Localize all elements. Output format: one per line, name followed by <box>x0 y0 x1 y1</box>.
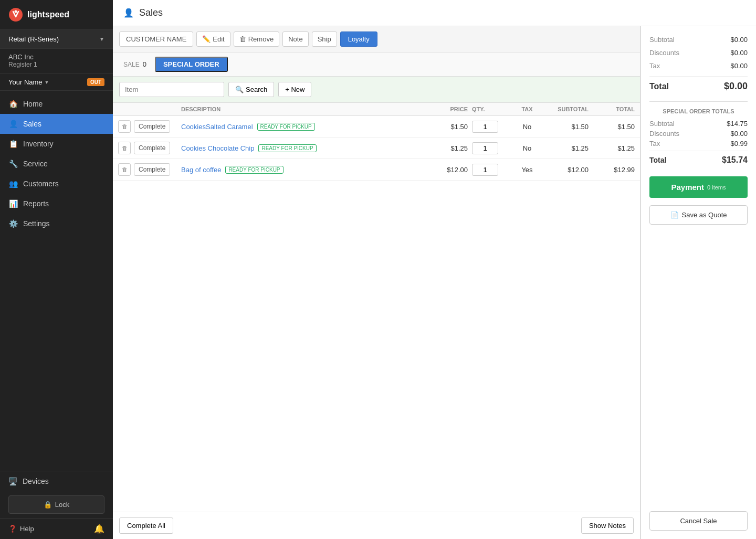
total-cell-1: $1.50 <box>593 123 635 131</box>
new-item-button[interactable]: + New <box>278 82 311 97</box>
lock-button[interactable]: 🔒 Lock <box>8 495 104 514</box>
so-total-label: Total <box>649 156 666 164</box>
qty-input-1[interactable] <box>472 121 498 133</box>
sidebar-item-label: Inventory <box>23 140 54 148</box>
discounts-label: Discounts <box>649 49 679 57</box>
logo-icon <box>8 7 23 22</box>
total-cell-2: $1.25 <box>593 144 635 152</box>
tax-cell-3: Yes <box>509 166 545 174</box>
qty-input-3[interactable] <box>472 164 498 176</box>
subtotal-value: $0.00 <box>730 36 748 44</box>
show-notes-button[interactable]: Show Notes <box>581 517 634 534</box>
sidebar-item-settings[interactable]: ⚙️ Settings <box>0 214 113 234</box>
search-button[interactable]: 🔍 Search <box>228 82 274 97</box>
subtotal-cell-3: $12.00 <box>545 166 593 174</box>
total-cell-3: $12.99 <box>593 166 635 174</box>
customer-name-button[interactable]: CUSTOMER NAME <box>119 31 193 47</box>
complete-row-2-button[interactable]: Complete <box>134 142 170 154</box>
description-cell: Bag of coffee READY FOR PICKUP <box>181 166 430 174</box>
customer-bar: CUSTOMER NAME ✏️ Edit 🗑 Remove Note Ship… <box>113 26 640 52</box>
user-name[interactable]: Your Name ▼ <box>8 78 49 86</box>
delete-row-1-button[interactable]: 🗑 <box>118 120 131 133</box>
sidebar: lightspeed Retail (R-Series) ▼ ABC Inc R… <box>0 0 113 539</box>
ship-button[interactable]: Ship <box>312 31 337 47</box>
nav-items: 🏠 Home 👤 Sales 📋 Inventory 🔧 Service 👥 C… <box>0 91 113 471</box>
remove-button[interactable]: 🗑 Remove <box>234 31 279 47</box>
so-total-row: Total $15.74 <box>649 151 748 169</box>
customers-icon: 👥 <box>8 179 18 188</box>
special-order-tab[interactable]: SPECIAL ORDER <box>155 57 228 72</box>
table-row: 🗑 Complete Bag of coffee READY FOR PICKU… <box>113 159 640 181</box>
complete-row-1-button[interactable]: Complete <box>134 120 170 133</box>
delete-row-2-button[interactable]: 🗑 <box>118 142 131 154</box>
total-row: Total $0.00 <box>649 76 748 96</box>
discounts-value: $0.00 <box>730 49 748 57</box>
so-discounts-value: $0.00 <box>730 130 748 138</box>
help-icon: ❓ <box>8 525 17 533</box>
home-icon: 🏠 <box>8 100 18 108</box>
help-link[interactable]: ❓ Help <box>8 525 34 533</box>
remove-icon: 🗑 <box>239 35 246 43</box>
item-input[interactable] <box>119 82 224 97</box>
register-name: Register 1 <box>8 61 104 68</box>
price-cell-3: $12.00 <box>430 166 472 174</box>
tax-value: $0.00 <box>730 62 748 70</box>
sidebar-item-label: Settings <box>23 219 50 228</box>
loyalty-button[interactable]: Loyalty <box>340 31 377 47</box>
item-1-link[interactable]: CookiesSalted Caramel <box>181 123 253 131</box>
price-cell-2: $1.25 <box>430 144 472 152</box>
delete-row-3-button[interactable]: 🗑 <box>118 163 131 176</box>
tax-cell-2: No <box>509 144 545 152</box>
cancel-sale-button[interactable]: Cancel Sale <box>649 511 748 531</box>
subtotal-cell-1: $1.50 <box>545 123 593 131</box>
so-tax-label: Tax <box>649 140 660 147</box>
store-selector[interactable]: Retail (R-Series) ▼ <box>0 30 113 49</box>
total-value: $0.00 <box>724 81 748 92</box>
notification-bell-icon[interactable]: 🔔 <box>94 524 104 534</box>
item-3-link[interactable]: Bag of coffee <box>181 166 221 174</box>
out-badge: OUT <box>87 78 104 86</box>
special-order-title: SPECIAL ORDER TOTALS <box>649 108 748 114</box>
sidebar-item-reports[interactable]: 📊 Reports <box>0 194 113 214</box>
table-row: 🗑 Complete Cookies Chocolate Chip READY … <box>113 138 640 159</box>
store-name: Retail (R-Series) <box>8 35 59 43</box>
delete-cell: 🗑 <box>118 142 134 154</box>
sale-tabs: SALE 0 SPECIAL ORDER <box>113 52 640 77</box>
status-badge-2: READY FOR PICKUP <box>258 144 316 152</box>
subtotal-label: Subtotal <box>649 36 675 44</box>
sales-panel: CUSTOMER NAME ✏️ Edit 🗑 Remove Note Ship… <box>113 26 640 539</box>
so-tax-row: Tax $0.99 <box>649 139 748 149</box>
payment-button[interactable]: Payment 0 items <box>649 176 748 198</box>
item-2-link[interactable]: Cookies Chocolate Chip <box>181 144 254 152</box>
save-quote-button[interactable]: 📄 Save as Quote <box>649 205 748 225</box>
sale-tab[interactable]: SALE 0 <box>119 58 151 70</box>
complete-row-3-button[interactable]: Complete <box>134 163 170 176</box>
payment-items-badge: 0 items <box>707 184 726 191</box>
edit-button[interactable]: ✏️ Edit <box>196 31 230 47</box>
sidebar-item-inventory[interactable]: 📋 Inventory <box>0 134 113 154</box>
sales-icon: 👤 <box>8 120 18 128</box>
so-discounts-row: Discounts $0.00 <box>649 129 748 139</box>
sidebar-item-customers[interactable]: 👥 Customers <box>0 174 113 194</box>
right-panel: Subtotal $0.00 Discounts $0.00 Tax $0.00… <box>640 26 756 539</box>
subtotal-cell-2: $1.25 <box>545 144 593 152</box>
page-title: Sales <box>139 7 163 18</box>
tax-label: Tax <box>649 62 660 70</box>
note-button[interactable]: Note <box>282 31 308 47</box>
complete-all-button[interactable]: Complete All <box>119 517 173 534</box>
main-content: 👤 Sales CUSTOMER NAME ✏️ Edit 🗑 Remove N… <box>113 0 756 539</box>
total-label: Total <box>649 82 669 91</box>
sales-header-icon: 👤 <box>123 8 134 18</box>
sidebar-item-sales[interactable]: 👤 Sales <box>0 114 113 134</box>
inventory-icon: 📋 <box>8 140 18 148</box>
bottom-area: 🖥️ Devices 🔒 Lock ❓ Help 🔔 <box>0 471 113 539</box>
page-header: 👤 Sales <box>113 0 756 26</box>
tax-row: Tax $0.00 <box>649 61 748 71</box>
chevron-down-icon: ▼ <box>45 80 49 85</box>
sidebar-item-devices[interactable]: 🖥️ Devices <box>0 471 113 491</box>
qty-input-2[interactable] <box>472 142 498 154</box>
svg-point-1 <box>15 10 17 13</box>
sidebar-item-service[interactable]: 🔧 Service <box>0 154 113 174</box>
items-table: DESCRIPTION PRICE QTY. TAX SUBTOTAL TOTA… <box>113 103 640 512</box>
sidebar-item-home[interactable]: 🏠 Home <box>0 94 113 114</box>
